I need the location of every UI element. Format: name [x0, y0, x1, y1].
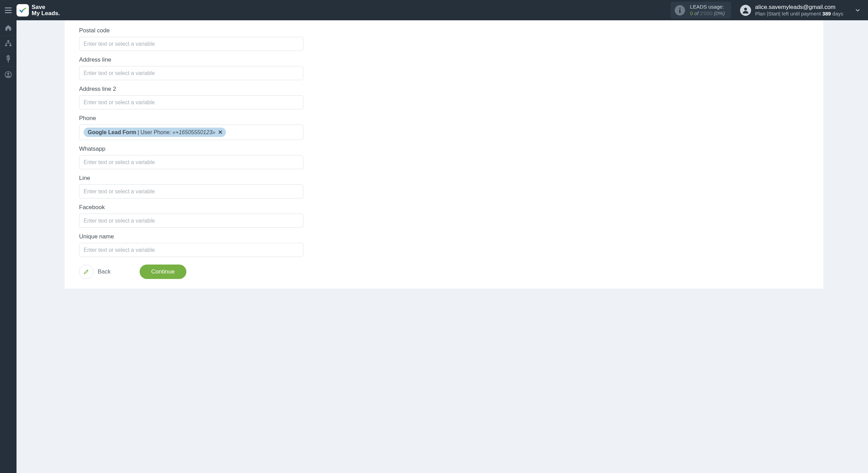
hamburger-icon: [5, 8, 12, 13]
account-chevron[interactable]: [851, 7, 865, 13]
info-icon: [675, 5, 685, 15]
leads-usage-panel[interactable]: LEADS usage: 0 of 2'000 (0%): [671, 2, 731, 19]
avatar-icon: [740, 5, 751, 16]
account-block[interactable]: alice.savemyleads@gmail.com Plan |Start|…: [740, 3, 843, 17]
svg-point-0: [679, 8, 681, 9]
top-navbar: Save My Leads. LEADS usage: 0 of 2'000 (…: [0, 0, 868, 20]
leads-usage-text: LEADS usage: 0 of 2'000 (0%): [690, 4, 725, 17]
account-text: alice.savemyleads@gmail.com Plan |Start|…: [755, 3, 843, 17]
chevron-down-icon: [855, 7, 861, 13]
menu-toggle[interactable]: [0, 0, 17, 20]
check-icon: [17, 4, 29, 17]
brand-name: Save My Leads.: [32, 4, 60, 17]
svg-rect-1: [679, 10, 681, 13]
svg-point-2: [744, 8, 747, 10]
brand-logo[interactable]: Save My Leads.: [17, 4, 60, 17]
